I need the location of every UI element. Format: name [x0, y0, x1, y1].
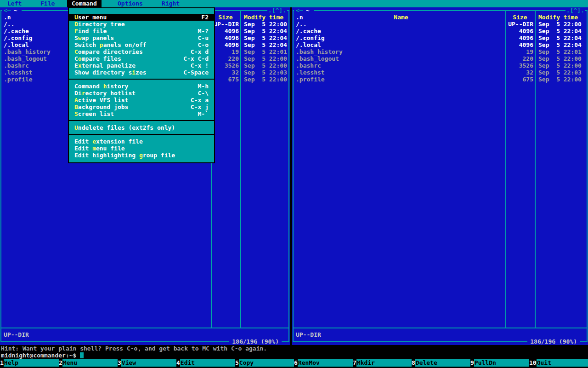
menu-item-label: Edit menu file — [74, 145, 125, 152]
file-mtime: Sep 5 22:04 — [538, 41, 582, 48]
fkey-label: RenMov — [298, 359, 353, 367]
menu-item-swap-panels[interactable]: Swap panelsC-u — [69, 34, 214, 41]
file-size: 4096 — [506, 28, 533, 34]
file-name: .profile — [4, 76, 33, 83]
menu-item-shortcut: C-x a — [191, 97, 209, 104]
menu-item-shortcut: C-o — [198, 41, 209, 48]
file-name: .profile — [296, 76, 325, 83]
menu-separator — [69, 131, 214, 138]
file-mtime: Sep 5 22:01 — [244, 48, 287, 55]
menu-item-compare-files[interactable]: Compare filesC-x C-d — [69, 55, 214, 62]
file-row-bash-logout[interactable]: .bash_logout220Sep 5 22:00 — [294, 55, 587, 62]
file-row-lesshst[interactable]: .lesshst32Sep 5 22:03 — [294, 69, 587, 76]
menu-item-shortcut: C-x j — [191, 104, 209, 110]
fkey-label: View — [121, 359, 176, 367]
fkey-label: Edit — [180, 359, 235, 367]
menu-item-directory-hotlist[interactable]: Directory hotlistC-\ — [69, 90, 214, 97]
menu-item-directory-tree[interactable]: Directory tree — [69, 21, 214, 28]
menu-item-label: Undelete files (ext2fs only) — [74, 124, 175, 131]
file-name: /.local — [4, 41, 29, 48]
file-row-profile[interactable]: .profile675Sep 5 22:00 — [294, 76, 587, 83]
file-name: /.. — [4, 21, 14, 28]
file-mtime: Sep 5 22:00 — [538, 55, 582, 62]
file-size: 675 — [212, 76, 239, 83]
menubar-item-file[interactable]: File — [40, 0, 55, 7]
shell-command-line[interactable]: midnight@commander:~$ — [1, 352, 84, 359]
file-mtime: Sep 5 22:00 — [538, 21, 582, 28]
fkey-quit[interactable]: 10Quit — [529, 359, 588, 367]
menu-item-label: Edit extension file — [74, 138, 143, 145]
file-mtime: Sep 5 22:01 — [538, 48, 582, 55]
menu-item-shortcut: C-x d — [191, 48, 209, 55]
file-name: /.config — [4, 34, 33, 41]
file-row-cache[interactable]: /.cache4096Sep 5 22:04 — [294, 28, 587, 34]
file-mtime: Sep 5 22:04 — [244, 41, 287, 48]
fkey-renmov[interactable]: 6RenMov — [294, 359, 353, 367]
fkey-view[interactable]: 3View — [118, 359, 176, 367]
menu-item-undelete-files-ext2fs-only[interactable]: Undelete files (ext2fs only) — [69, 124, 214, 131]
menu-item-external-panelize[interactable]: External panelizeC-x ! — [69, 62, 214, 69]
menu-item-shortcut: C-\ — [198, 90, 209, 97]
menu-item-switch-panels-on-off[interactable]: Switch panels on/offC-o — [69, 41, 214, 48]
menu-item-label: Compare files — [74, 55, 121, 62]
file-row-bash-history[interactable]: .bash_history19Sep 5 22:01 — [294, 48, 587, 55]
menu-item-command-history[interactable]: Command historyM-h — [69, 83, 214, 90]
menu-item-shortcut: M-` — [198, 110, 209, 117]
menubar-item-options[interactable]: Options — [118, 0, 143, 7]
menu-item-background-jobs[interactable]: Background jobsC-x j — [69, 104, 214, 110]
file-row-[interactable]: /..UP--DIRSep 5 22:00 — [294, 21, 587, 28]
fkey-number: 6 — [294, 359, 298, 367]
fkey-pulldn[interactable]: 9PullDn — [470, 359, 529, 367]
file-name: /.local — [296, 41, 321, 48]
file-row-local[interactable]: /.local4096Sep 5 22:04 — [294, 41, 587, 48]
menubar-item-command[interactable]: Command — [67, 0, 102, 7]
menu-item-compare-directories[interactable]: Compare directoriesC-x d — [69, 48, 214, 55]
file-name: .bashrc — [296, 62, 321, 69]
file-row-config[interactable]: /.config4096Sep 5 22:04 — [294, 34, 587, 41]
panel-path[interactable]: <─~ — [2, 7, 22, 14]
menubar-item-right[interactable]: Right — [162, 0, 180, 7]
menu-item-label: Swap panels — [74, 34, 114, 41]
fkey-label: Quit — [537, 359, 588, 367]
file-size: 4096 — [212, 34, 239, 41]
file-mtime: Sep 5 22:00 — [538, 76, 582, 83]
fkey-mkdir[interactable]: 7Mkdir — [353, 359, 412, 367]
disk-usage: 18G/19G (90%) — [527, 338, 580, 345]
file-row-bashrc[interactable]: .bashrc3526Sep 5 22:00 — [294, 62, 587, 69]
file-mtime: Sep 5 22:00 — [244, 62, 287, 69]
fkey-number: 9 — [470, 359, 474, 367]
menu-item-label: Command history — [74, 83, 128, 90]
menu-item-find-file[interactable]: Find fileM-? — [69, 28, 214, 34]
panel-path[interactable]: <─~ — [294, 7, 314, 14]
fkey-help[interactable]: 1Help — [0, 359, 59, 367]
menu-item-edit-extension-file[interactable]: Edit extension file — [69, 138, 214, 145]
fkey-number: 7 — [353, 359, 356, 367]
file-mtime: Sep 5 22:04 — [538, 28, 582, 34]
file-size: 4096 — [506, 41, 533, 48]
menubar-item-left[interactable]: Left — [7, 0, 22, 7]
panel-updir-icon[interactable]: .[^]. — [267, 7, 287, 14]
file-size: 32 — [212, 69, 239, 76]
menu-item-screen-list[interactable]: Screen listM-` — [69, 110, 214, 117]
menu-item-edit-highlighting-group-file[interactable]: Edit highlighting group file — [69, 152, 214, 159]
menu-item-show-directory-sizes[interactable]: Show directory sizesC-Space — [69, 69, 214, 76]
fkey-menu[interactable]: 2Menu — [59, 359, 118, 367]
file-mtime: Sep 5 22:03 — [244, 69, 287, 76]
fkey-number: 4 — [176, 359, 180, 367]
fkey-copy[interactable]: 5Copy — [235, 359, 294, 367]
menu-item-user-menu[interactable]: User menuF2 — [69, 14, 214, 21]
menu-item-label: Directory hotlist — [74, 90, 136, 97]
fkey-edit[interactable]: 4Edit — [176, 359, 235, 367]
function-key-bar: 1Help2Menu3View4Edit5Copy6RenMov7Mkdir8D… — [0, 359, 588, 367]
history-back-icon[interactable]: <─ — [296, 7, 303, 14]
menu-item-edit-menu-file[interactable]: Edit menu file — [69, 145, 214, 152]
right-file-panel: <─~ .[^]. .n Name Size Modify time /..UP… — [292, 7, 588, 345]
file-size: 32 — [506, 69, 533, 76]
history-back-icon[interactable]: <─ — [4, 7, 11, 14]
fkey-delete[interactable]: 8Delete — [412, 359, 470, 367]
file-mtime: Sep 5 22:00 — [244, 55, 287, 62]
fkey-number: 5 — [235, 359, 239, 367]
fkey-label: Help — [4, 359, 59, 367]
menu-item-active-vfs-list[interactable]: Active VFS listC-x a — [69, 97, 214, 104]
panel-updir-icon[interactable]: .[^]. — [565, 7, 585, 14]
